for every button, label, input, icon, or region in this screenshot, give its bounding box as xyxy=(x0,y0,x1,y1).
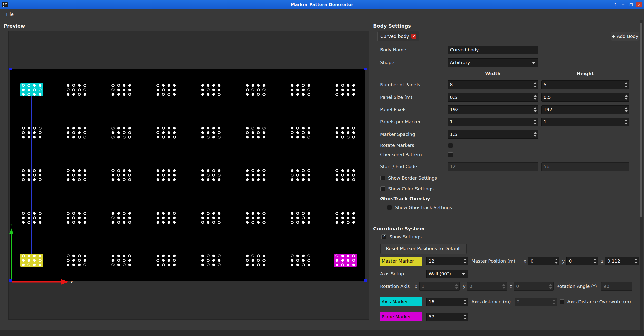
master-marker-id-spinbox[interactable]: 12 xyxy=(426,257,468,265)
spinner-arrows[interactable] xyxy=(464,298,467,306)
end-code-input[interactable]: 5b xyxy=(541,162,629,171)
axis-distance-spinbox[interactable]: 2 xyxy=(515,298,557,306)
axis-marker[interactable] xyxy=(20,83,43,96)
spinner-arrows[interactable] xyxy=(634,257,637,265)
number-of-panels-width-spinbox[interactable]: 8 xyxy=(448,80,538,89)
panel-pixels-height-spinbox[interactable]: 192 xyxy=(541,105,629,114)
rotation-angle-input[interactable]: 90 xyxy=(601,282,632,291)
body-name-input[interactable]: Curved body xyxy=(448,46,538,54)
checkered-pattern-checkbox[interactable] xyxy=(448,152,453,157)
marker-pattern[interactable] xyxy=(244,211,267,224)
marker-pattern[interactable] xyxy=(155,126,178,139)
spinner-arrows[interactable] xyxy=(625,93,628,101)
master-position-x-spinbox[interactable]: 0 xyxy=(528,257,559,265)
master-position-y-spinbox[interactable]: 0 xyxy=(566,257,598,265)
marker-pattern[interactable] xyxy=(289,254,312,267)
shape-dropdown[interactable]: Arbitrary xyxy=(448,58,538,67)
spinner-arrows[interactable] xyxy=(534,106,537,114)
marker-pattern[interactable] xyxy=(110,126,133,139)
marker-pattern[interactable] xyxy=(20,169,43,182)
maximize-button[interactable]: □ xyxy=(628,2,634,7)
spinner-arrows[interactable] xyxy=(534,93,537,101)
show-color-settings-checkbox[interactable] xyxy=(380,186,385,191)
spinner-arrows[interactable] xyxy=(593,257,596,265)
axis-setup-dropdown[interactable]: Wall (90°) xyxy=(426,270,468,278)
panels-per-marker-height-spinbox[interactable]: 1 xyxy=(541,118,629,126)
rotation-axis-x-spinbox[interactable]: 1 xyxy=(419,282,460,291)
marker-pattern[interactable] xyxy=(65,211,88,224)
marker-pattern[interactable] xyxy=(20,211,43,224)
marker-pattern[interactable] xyxy=(155,169,178,182)
marker-pattern[interactable] xyxy=(334,169,357,182)
marker-spacing-spinbox[interactable]: 1.5 xyxy=(448,130,538,139)
marker-pattern[interactable] xyxy=(65,254,88,267)
marker-pattern[interactable] xyxy=(289,169,312,182)
marker-pattern[interactable] xyxy=(244,169,267,182)
canvas-corner-handle[interactable] xyxy=(364,279,367,282)
spinner-arrows[interactable] xyxy=(502,282,505,290)
spinner-arrows[interactable] xyxy=(552,298,555,306)
marker-pattern[interactable] xyxy=(289,211,312,224)
plane-marker-id-spinbox[interactable]: 57 xyxy=(426,313,468,321)
marker-pattern[interactable] xyxy=(289,83,312,96)
rotate-markers-checkbox[interactable] xyxy=(448,143,453,148)
menu-file[interactable]: File xyxy=(4,11,16,18)
spinner-arrows[interactable] xyxy=(625,106,628,114)
marker-pattern[interactable] xyxy=(65,169,88,182)
panel-pixels-width-spinbox[interactable]: 192 xyxy=(448,105,538,114)
spinner-arrows[interactable] xyxy=(549,282,552,290)
plane-marker[interactable] xyxy=(334,254,357,267)
marker-pattern[interactable] xyxy=(334,83,357,96)
marker-pattern[interactable] xyxy=(110,254,133,267)
marker-pattern[interactable] xyxy=(334,211,357,224)
marker-pattern[interactable] xyxy=(65,126,88,139)
marker-pattern[interactable] xyxy=(244,254,267,267)
marker-canvas[interactable]: zx xyxy=(10,69,365,281)
canvas-corner-handle[interactable] xyxy=(9,68,12,70)
spinner-arrows[interactable] xyxy=(464,313,467,321)
panel-size-width-spinbox[interactable]: 0.5 xyxy=(448,93,538,102)
panel-size-height-spinbox[interactable]: 0.5 xyxy=(541,93,629,102)
spinner-arrows[interactable] xyxy=(534,130,537,138)
tab-curved-body[interactable]: Curved body × xyxy=(377,31,419,41)
show-settings-checkbox[interactable] xyxy=(381,234,386,239)
minimize-button[interactable]: − xyxy=(620,2,626,7)
axis-distance-overwrite-checkbox[interactable] xyxy=(560,299,564,304)
number-of-panels-height-spinbox[interactable]: 5 xyxy=(541,80,629,89)
marker-pattern[interactable] xyxy=(199,211,222,224)
marker-pattern[interactable] xyxy=(244,83,267,96)
vertical-scrollbar-thumb[interactable] xyxy=(640,23,642,217)
spinner-arrows[interactable] xyxy=(455,282,458,290)
marker-pattern[interactable] xyxy=(334,126,357,139)
tab-close-button[interactable]: × xyxy=(411,34,416,39)
marker-pattern[interactable] xyxy=(155,83,178,96)
spinner-arrows[interactable] xyxy=(555,257,558,265)
marker-pattern[interactable] xyxy=(199,83,222,96)
marker-pattern[interactable] xyxy=(199,254,222,267)
marker-pattern[interactable] xyxy=(199,126,222,139)
marker-pattern[interactable] xyxy=(110,83,133,96)
marker-pattern[interactable] xyxy=(20,126,43,139)
marker-pattern[interactable] xyxy=(199,169,222,182)
show-ghostrack-settings-checkbox[interactable] xyxy=(387,205,392,210)
marker-pattern[interactable] xyxy=(244,126,267,139)
canvas-corner-handle[interactable] xyxy=(9,279,12,282)
spinner-arrows[interactable] xyxy=(464,257,467,265)
start-code-input[interactable]: 12 xyxy=(448,162,538,171)
add-body-button[interactable]: + Add Body xyxy=(611,32,639,41)
marker-pattern[interactable] xyxy=(155,211,178,224)
marker-pattern[interactable] xyxy=(110,211,133,224)
rotation-axis-z-spinbox[interactable]: 0 xyxy=(514,282,554,291)
canvas-corner-handle[interactable] xyxy=(364,68,367,70)
panels-per-marker-width-spinbox[interactable]: 1 xyxy=(448,118,538,126)
master-marker[interactable] xyxy=(20,254,43,267)
close-button[interactable]: × xyxy=(636,2,642,7)
marker-pattern[interactable] xyxy=(110,169,133,182)
show-border-settings-checkbox[interactable] xyxy=(380,176,385,180)
title-bar[interactable]: Marker Pattern Generator ↑ − □ × xyxy=(0,0,644,9)
axis-marker-id-spinbox[interactable]: 16 xyxy=(426,298,468,306)
marker-pattern[interactable] xyxy=(155,254,178,267)
marker-pattern[interactable] xyxy=(289,126,312,139)
rotation-axis-y-spinbox[interactable]: 0 xyxy=(467,282,507,291)
master-position-z-spinbox[interactable]: 0.112 xyxy=(605,257,639,265)
